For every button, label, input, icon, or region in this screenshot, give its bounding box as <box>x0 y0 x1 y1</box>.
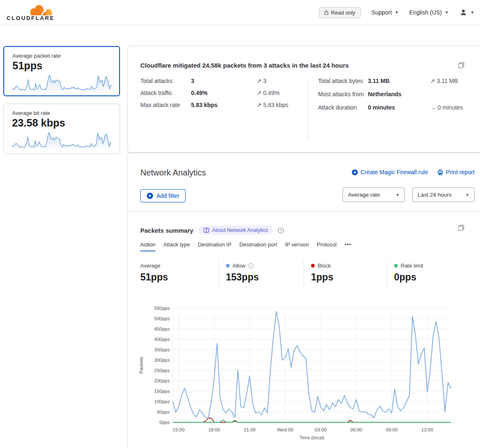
packets-summary-title: Packets summary <box>140 227 193 234</box>
stat-value: 3.11 MB <box>368 78 430 84</box>
print-report-link[interactable]: Print report <box>437 169 475 175</box>
account-menu[interactable]: ▼ <box>459 8 474 17</box>
summary-row-total-attacks: Total attacks 3 ↗ 3 <box>140 78 298 84</box>
stat-value: 0 minutes <box>368 104 430 111</box>
summary-divider <box>308 78 308 140</box>
allow-dot-icon <box>226 264 230 268</box>
arrow-up-right-icon: ↗ <box>257 90 262 96</box>
create-rule-label: Create Magic Firewall rule <box>360 169 428 175</box>
stat-cell-value: 0pps <box>394 272 473 283</box>
copy-icon[interactable] <box>458 224 465 231</box>
tab-destination-ip[interactable]: Destination IP <box>198 241 231 251</box>
language-label: English (US) <box>409 9 442 16</box>
chevron-down-icon: ▼ <box>445 10 448 15</box>
metric-card-packet-rate[interactable]: Average packet rate 51pps <box>3 46 120 96</box>
svg-text:06:00: 06:00 <box>350 427 362 432</box>
svg-text:15:00: 15:00 <box>173 427 185 432</box>
plus-circle-icon <box>147 192 153 199</box>
print-report-label: Print report <box>446 169 475 175</box>
about-pill-label: About Network Analytics <box>212 227 268 233</box>
support-label: Support <box>372 9 392 16</box>
svg-text:Packets: Packets <box>139 357 144 374</box>
stat-label: Total attacks <box>140 78 191 84</box>
svg-text:0pps: 0pps <box>159 420 170 425</box>
lock-icon <box>324 10 328 15</box>
read-only-label: Read only <box>331 10 355 16</box>
summary-row-attack-duration: Attack duration 0 minutes → 0 minutes <box>318 104 480 111</box>
plus-circle-icon <box>352 169 358 175</box>
stat-delta: ↗ 3 <box>257 78 298 84</box>
stat-cell-label: Block <box>318 263 331 269</box>
stat-cell-average: Average 51pps <box>140 260 218 287</box>
stat-delta: ↗ 3.11 MB <box>430 78 480 84</box>
arrow-up-right-icon: ↗ <box>430 78 435 84</box>
cloudflare-cloud-icon <box>28 3 54 16</box>
tab-ip-version[interactable]: IP version <box>285 241 309 251</box>
metric-card-value: 23.58 kbps <box>12 117 111 129</box>
packet-rate-sparkline <box>12 73 112 93</box>
stat-label: Attack duration <box>318 104 368 111</box>
bit-rate-sparkline <box>12 131 111 151</box>
line-chart-canvas: 0pps50pps100pps150pps200pps250pps300pps3… <box>137 305 469 442</box>
summary-row-attack-bytes: Total attack bytes 3.11 MB ↗ 3.11 MB <box>318 78 480 84</box>
metric-select[interactable]: Average rate ▼ <box>343 187 405 202</box>
svg-text:500pps: 500pps <box>154 316 170 321</box>
more-tabs-button[interactable]: ••• <box>345 241 352 251</box>
stat-label: Total attack bytes <box>318 78 368 84</box>
printer-icon <box>437 169 443 175</box>
support-menu[interactable]: Support ▼ <box>372 9 399 16</box>
chevron-down-icon: ▼ <box>396 193 399 197</box>
add-filter-label: Add filter <box>157 192 179 199</box>
svg-text:18:00: 18:00 <box>208 427 220 432</box>
chevron-down-icon: ▼ <box>470 10 474 15</box>
dimension-tabs: Action Attack type Destination IP Destin… <box>140 241 351 251</box>
packets-time-series-chart[interactable]: 0pps50pps100pps150pps200pps250pps300pps3… <box>137 305 469 443</box>
block-dot-icon <box>311 264 315 268</box>
arrow-right-icon: → <box>430 104 436 111</box>
copy-icon[interactable] <box>458 62 465 68</box>
metric-select-value: Average rate <box>348 192 380 198</box>
stat-value: 3 <box>191 78 257 84</box>
metric-card-label: Average bit rate <box>12 110 111 116</box>
svg-text:21:00: 21:00 <box>244 427 256 432</box>
svg-text:400pps: 400pps <box>154 337 170 342</box>
svg-text:50pps: 50pps <box>157 409 170 414</box>
tab-attack-type[interactable]: Attack type <box>163 241 190 251</box>
svg-text:Time (local): Time (local) <box>299 435 324 440</box>
time-range-value: Last 24 hours <box>418 192 452 198</box>
time-range-select[interactable]: Last 24 hours ▼ <box>412 187 475 202</box>
tab-action[interactable]: Action <box>140 241 155 251</box>
chevron-down-icon: ▼ <box>395 10 399 15</box>
stat-label: Most attacks from <box>318 91 368 97</box>
stat-delta: ↗ 5.83 kbps <box>257 102 298 108</box>
svg-text:300pps: 300pps <box>154 358 170 363</box>
stat-cell-value: 153pps <box>226 272 304 283</box>
about-network-analytics-pill[interactable]: About Network Analytics <box>198 226 273 235</box>
network-analytics-title: Network Analytics <box>140 168 206 178</box>
svg-text:350pps: 350pps <box>154 347 170 352</box>
stat-cell-label: Allow <box>233 263 245 269</box>
attack-summary-title: Cloudflare mitigated 24.58k packets from… <box>140 62 406 69</box>
stat-cell-label: Rate limit <box>401 263 423 269</box>
stat-cell-value: 51pps <box>140 272 218 283</box>
history-clock-icon[interactable] <box>278 227 284 234</box>
language-menu[interactable]: English (US) ▼ <box>409 9 449 16</box>
svg-text:09:00: 09:00 <box>386 427 398 432</box>
add-filter-button[interactable]: Add filter <box>140 189 186 202</box>
summary-row-max-attack-rate: Max attack rate 5.83 kbps ↗ 5.83 kbps <box>140 102 298 108</box>
stat-value: Netherlands <box>368 91 430 97</box>
tab-destination-port[interactable]: Destination port <box>239 241 277 251</box>
metric-card-bit-rate[interactable]: Average bit rate 23.58 kbps <box>3 104 120 154</box>
top-header: CLOUDFLARE Read only Support ▼ English (… <box>0 0 480 25</box>
info-icon[interactable] <box>248 263 254 268</box>
tab-protocol[interactable]: Protocol <box>317 241 337 251</box>
user-icon <box>459 8 468 17</box>
book-icon <box>203 228 209 233</box>
stat-label: Attack traffic <box>140 90 191 96</box>
create-magic-firewall-rule-link[interactable]: Create Magic Firewall rule <box>352 169 428 175</box>
svg-text:250pps: 250pps <box>154 368 170 373</box>
svg-text:100pps: 100pps <box>154 399 170 404</box>
stat-cell-block: Block 1pps <box>304 260 387 287</box>
svg-text:450pps: 450pps <box>154 326 170 331</box>
read-only-badge: Read only <box>319 7 361 18</box>
